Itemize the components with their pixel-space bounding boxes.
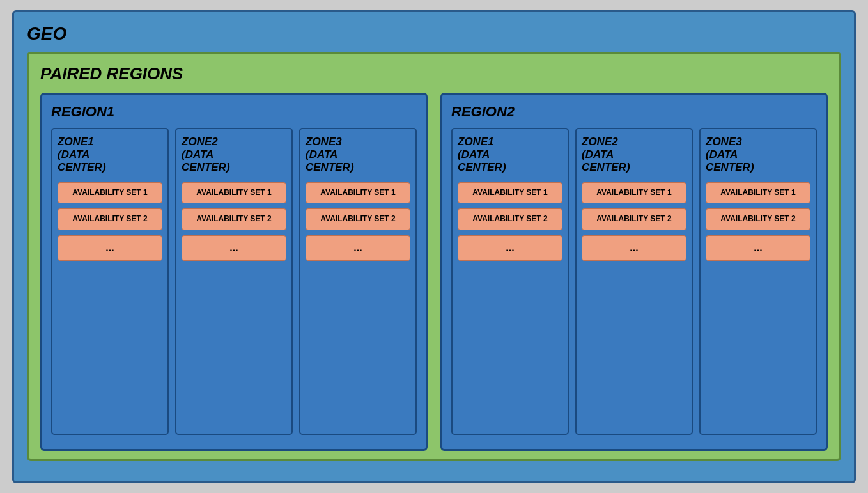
- region2-zone1-label: ZONE1(DATACENTER): [458, 136, 562, 175]
- region1-zone3-ellipsis: ...: [306, 235, 410, 261]
- geo-container: GEO PAIRED REGIONS REGION1 ZONE1(DATACEN…: [12, 10, 856, 483]
- region1-zone2-label: ZONE2(DATACENTER): [182, 136, 286, 175]
- region1-zone1-box: ZONE1(DATACENTER) AVAILABILITY SET 1 AVA…: [51, 128, 169, 435]
- region1-zone3-label: ZONE3(DATACENTER): [306, 136, 410, 175]
- geo-label: GEO: [27, 24, 841, 44]
- region2-zone1-ellipsis: ...: [458, 235, 562, 261]
- region2-zone3-box: ZONE3(DATACENTER) AVAILABILITY SET 1 AVA…: [699, 128, 817, 435]
- region2-zone3-avset1: AVAILABILITY SET 1: [706, 182, 810, 204]
- region1-zone3-box: ZONE3(DATACENTER) AVAILABILITY SET 1 AVA…: [299, 128, 417, 435]
- region1-zones-row: ZONE1(DATACENTER) AVAILABILITY SET 1 AVA…: [51, 128, 417, 435]
- region1-zone1-avset2: AVAILABILITY SET 2: [58, 208, 162, 230]
- region1-zone2-avset2: AVAILABILITY SET 2: [182, 208, 286, 230]
- regions-row: REGION1 ZONE1(DATACENTER) AVAILABILITY S…: [40, 93, 828, 451]
- region1-label: REGION1: [51, 104, 417, 120]
- region2-zone3-avset2: AVAILABILITY SET 2: [706, 208, 810, 230]
- region2-zones-row: ZONE1(DATACENTER) AVAILABILITY SET 1 AVA…: [451, 128, 817, 435]
- region1-zone2-box: ZONE2(DATACENTER) AVAILABILITY SET 1 AVA…: [175, 128, 293, 435]
- region2-zone2-ellipsis: ...: [582, 235, 686, 261]
- region2-zone2-box: ZONE2(DATACENTER) AVAILABILITY SET 1 AVA…: [575, 128, 693, 435]
- region2-zone2-avset2: AVAILABILITY SET 2: [582, 208, 686, 230]
- region1-zone3-avset2: AVAILABILITY SET 2: [306, 208, 410, 230]
- paired-regions-label: PAIRED REGIONS: [40, 64, 828, 84]
- region1-zone1-avset1: AVAILABILITY SET 1: [58, 182, 162, 204]
- region2-label: REGION2: [451, 104, 817, 120]
- region2-zone2-label: ZONE2(DATACENTER): [582, 136, 686, 175]
- region1-zone2-avset1: AVAILABILITY SET 1: [182, 182, 286, 204]
- region1-box: REGION1 ZONE1(DATACENTER) AVAILABILITY S…: [40, 93, 428, 451]
- paired-regions-container: PAIRED REGIONS REGION1 ZONE1(DATACENTER)…: [27, 52, 841, 461]
- region2-zone3-ellipsis: ...: [706, 235, 810, 261]
- region2-zone3-label: ZONE3(DATACENTER): [706, 136, 810, 175]
- region2-zone1-avset2: AVAILABILITY SET 2: [458, 208, 562, 230]
- region2-box: REGION2 ZONE1(DATACENTER) AVAILABILITY S…: [440, 93, 828, 451]
- region2-zone1-box: ZONE1(DATACENTER) AVAILABILITY SET 1 AVA…: [451, 128, 569, 435]
- region1-zone1-label: ZONE1(DATACENTER): [58, 136, 162, 175]
- region1-zone2-ellipsis: ...: [182, 235, 286, 261]
- region2-zone1-avset1: AVAILABILITY SET 1: [458, 182, 562, 204]
- region2-zone2-avset1: AVAILABILITY SET 1: [582, 182, 686, 204]
- region1-zone1-ellipsis: ...: [58, 235, 162, 261]
- region1-zone3-avset1: AVAILABILITY SET 1: [306, 182, 410, 204]
